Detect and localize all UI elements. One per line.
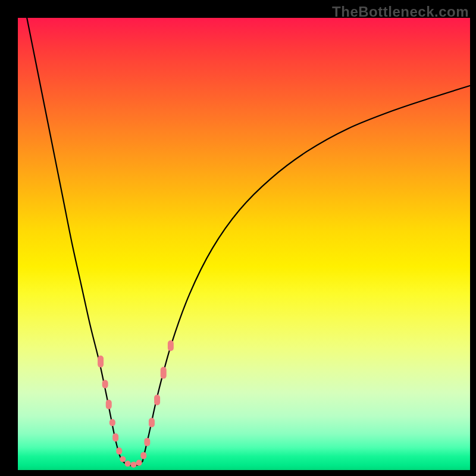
marker-dot [140,452,146,459]
marker-dot [149,418,155,427]
plot-area [18,18,470,470]
curve-svg [18,18,470,470]
marker-dot [154,394,160,405]
marker-dot [161,367,167,379]
chart-frame: TheBottleneck.com [0,0,476,476]
marker-dot [131,462,137,468]
right-curve-path [143,86,470,461]
marker-dot [112,433,118,441]
marker-group [98,340,174,468]
marker-dot [144,438,150,446]
marker-dot [125,461,131,466]
marker-dot [116,447,122,455]
left-curve-path [27,18,122,461]
marker-dot [109,419,115,426]
marker-dot [168,340,174,351]
marker-dot [102,380,108,389]
marker-dot [120,456,126,462]
marker-dot [136,460,142,466]
marker-dot [98,356,104,368]
marker-dot [106,400,112,409]
